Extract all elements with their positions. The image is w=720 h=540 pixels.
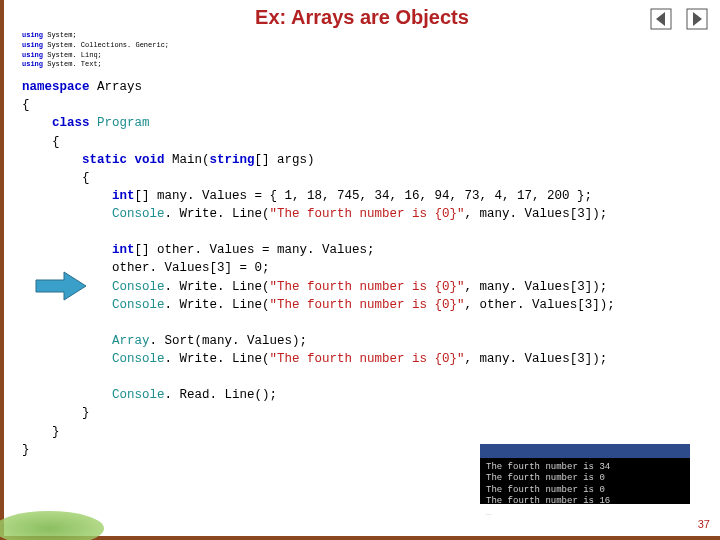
- using-block: using System; using System. Collections.…: [4, 29, 720, 74]
- kw-namespace: namespace: [22, 80, 90, 94]
- code-line: [] other. Values = many. Values;: [135, 243, 375, 257]
- brace: }: [82, 406, 90, 420]
- code-line: , many. Values[3]);: [465, 207, 608, 221]
- brace: {: [82, 171, 90, 185]
- slide: Ex: Arrays are Objects using System; usi…: [0, 0, 720, 540]
- nav-back-button[interactable]: [650, 8, 672, 35]
- kw-int: int: [112, 243, 135, 257]
- code-line: [] many. Values = { 1, 18, 745, 34, 16, …: [135, 189, 593, 203]
- code-line: . Read. Line();: [165, 388, 278, 402]
- code-block: namespace Arrays { class Program { stati…: [4, 74, 720, 459]
- kw-string: string: [210, 153, 255, 167]
- brace: }: [52, 425, 60, 439]
- main-name: Main(: [165, 153, 210, 167]
- code-line: other. Values[3] = 0;: [112, 261, 270, 275]
- wl: . Write. Line(: [165, 280, 270, 294]
- wl: . Write. Line(: [165, 207, 270, 221]
- pointer-arrow-icon: [34, 270, 89, 307]
- brace: }: [22, 443, 30, 457]
- decorative-blob: [0, 511, 104, 540]
- code-line: , many. Values[3]);: [465, 352, 608, 366]
- cls-console: Console: [112, 280, 165, 294]
- cls-array: Array: [112, 334, 150, 348]
- kw-static: static: [82, 153, 127, 167]
- cls-console: Console: [112, 388, 165, 402]
- class-name: Program: [97, 116, 150, 130]
- kw-class: class: [52, 116, 90, 130]
- args: [] args): [255, 153, 315, 167]
- ns-name: Arrays: [90, 80, 143, 94]
- cls-console: Console: [112, 352, 165, 366]
- str: "The fourth number is {0}": [270, 298, 465, 312]
- brace: {: [22, 98, 30, 112]
- code-line: , many. Values[3]);: [465, 280, 608, 294]
- code-line: . Sort(many. Values);: [150, 334, 308, 348]
- console-output: The fourth number is 34 The fourth numbe…: [480, 444, 690, 504]
- wl: . Write. Line(: [165, 352, 270, 366]
- brace: {: [52, 135, 60, 149]
- using-kw: using: [22, 31, 43, 39]
- str: "The fourth number is {0}": [270, 280, 465, 294]
- code-line: , other. Values[3]);: [465, 298, 615, 312]
- kw-void: void: [135, 153, 165, 167]
- nav-buttons: [646, 8, 708, 35]
- slide-title: Ex: Arrays are Objects: [4, 0, 720, 29]
- cls-console: Console: [112, 298, 165, 312]
- str: "The fourth number is {0}": [270, 352, 465, 366]
- svg-marker-4: [36, 272, 86, 300]
- nav-forward-button[interactable]: [686, 8, 708, 35]
- cls-console: Console: [112, 207, 165, 221]
- kw-int: int: [112, 189, 135, 203]
- wl: . Write. Line(: [165, 298, 270, 312]
- page-number: 37: [698, 518, 710, 530]
- str: "The fourth number is {0}": [270, 207, 465, 221]
